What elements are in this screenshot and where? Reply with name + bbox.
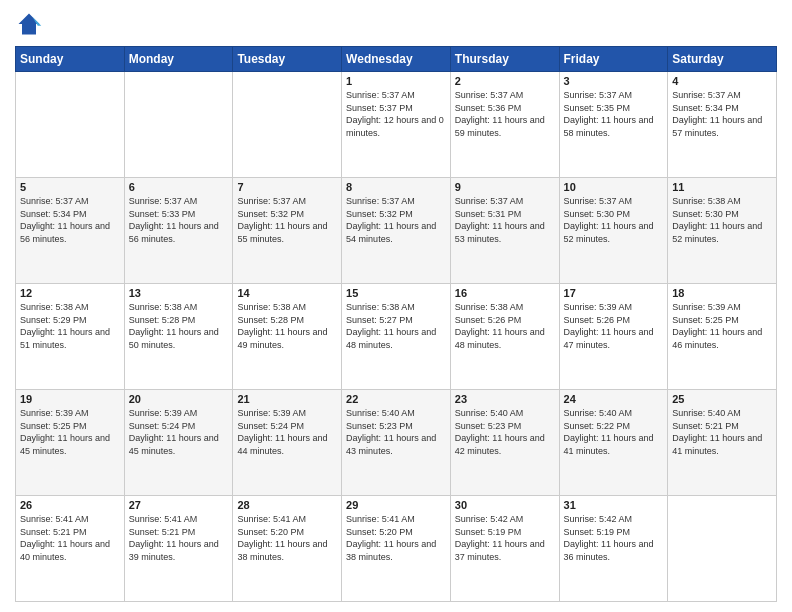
day-info: Sunrise: 5:37 AMSunset: 5:33 PMDaylight:…	[129, 195, 229, 245]
day-cell: 12Sunrise: 5:38 AMSunset: 5:29 PMDayligh…	[16, 284, 125, 390]
day-info: Sunrise: 5:38 AMSunset: 5:30 PMDaylight:…	[672, 195, 772, 245]
day-cell: 22Sunrise: 5:40 AMSunset: 5:23 PMDayligh…	[342, 390, 451, 496]
day-cell: 15Sunrise: 5:38 AMSunset: 5:27 PMDayligh…	[342, 284, 451, 390]
day-info: Sunrise: 5:39 AMSunset: 5:26 PMDaylight:…	[564, 301, 664, 351]
weekday-header-monday: Monday	[124, 47, 233, 72]
day-info: Sunrise: 5:38 AMSunset: 5:27 PMDaylight:…	[346, 301, 446, 351]
day-cell: 16Sunrise: 5:38 AMSunset: 5:26 PMDayligh…	[450, 284, 559, 390]
day-number: 18	[672, 287, 772, 299]
day-info: Sunrise: 5:37 AMSunset: 5:34 PMDaylight:…	[672, 89, 772, 139]
day-info: Sunrise: 5:37 AMSunset: 5:36 PMDaylight:…	[455, 89, 555, 139]
day-cell: 6Sunrise: 5:37 AMSunset: 5:33 PMDaylight…	[124, 178, 233, 284]
day-cell: 4Sunrise: 5:37 AMSunset: 5:34 PMDaylight…	[668, 72, 777, 178]
day-number: 19	[20, 393, 120, 405]
day-number: 21	[237, 393, 337, 405]
day-number: 9	[455, 181, 555, 193]
day-number: 30	[455, 499, 555, 511]
day-number: 23	[455, 393, 555, 405]
day-info: Sunrise: 5:37 AMSunset: 5:37 PMDaylight:…	[346, 89, 446, 139]
day-cell: 21Sunrise: 5:39 AMSunset: 5:24 PMDayligh…	[233, 390, 342, 496]
day-number: 8	[346, 181, 446, 193]
day-number: 16	[455, 287, 555, 299]
day-info: Sunrise: 5:39 AMSunset: 5:25 PMDaylight:…	[672, 301, 772, 351]
day-number: 11	[672, 181, 772, 193]
day-number: 24	[564, 393, 664, 405]
day-cell: 10Sunrise: 5:37 AMSunset: 5:30 PMDayligh…	[559, 178, 668, 284]
day-info: Sunrise: 5:41 AMSunset: 5:20 PMDaylight:…	[237, 513, 337, 563]
day-info: Sunrise: 5:38 AMSunset: 5:26 PMDaylight:…	[455, 301, 555, 351]
header	[15, 10, 777, 38]
logo-icon	[15, 10, 43, 38]
day-number: 25	[672, 393, 772, 405]
day-cell: 7Sunrise: 5:37 AMSunset: 5:32 PMDaylight…	[233, 178, 342, 284]
weekday-header-wednesday: Wednesday	[342, 47, 451, 72]
day-info: Sunrise: 5:37 AMSunset: 5:32 PMDaylight:…	[346, 195, 446, 245]
day-info: Sunrise: 5:39 AMSunset: 5:24 PMDaylight:…	[129, 407, 229, 457]
week-row-1: 1Sunrise: 5:37 AMSunset: 5:37 PMDaylight…	[16, 72, 777, 178]
day-cell: 1Sunrise: 5:37 AMSunset: 5:37 PMDaylight…	[342, 72, 451, 178]
day-number: 12	[20, 287, 120, 299]
day-info: Sunrise: 5:40 AMSunset: 5:23 PMDaylight:…	[346, 407, 446, 457]
day-cell: 24Sunrise: 5:40 AMSunset: 5:22 PMDayligh…	[559, 390, 668, 496]
weekday-header-friday: Friday	[559, 47, 668, 72]
day-info: Sunrise: 5:40 AMSunset: 5:21 PMDaylight:…	[672, 407, 772, 457]
day-cell: 30Sunrise: 5:42 AMSunset: 5:19 PMDayligh…	[450, 496, 559, 602]
day-number: 3	[564, 75, 664, 87]
day-number: 13	[129, 287, 229, 299]
day-info: Sunrise: 5:37 AMSunset: 5:34 PMDaylight:…	[20, 195, 120, 245]
day-cell: 9Sunrise: 5:37 AMSunset: 5:31 PMDaylight…	[450, 178, 559, 284]
day-info: Sunrise: 5:41 AMSunset: 5:21 PMDaylight:…	[20, 513, 120, 563]
day-number: 26	[20, 499, 120, 511]
day-info: Sunrise: 5:39 AMSunset: 5:24 PMDaylight:…	[237, 407, 337, 457]
day-cell	[124, 72, 233, 178]
day-info: Sunrise: 5:38 AMSunset: 5:29 PMDaylight:…	[20, 301, 120, 351]
day-cell: 8Sunrise: 5:37 AMSunset: 5:32 PMDaylight…	[342, 178, 451, 284]
week-row-3: 12Sunrise: 5:38 AMSunset: 5:29 PMDayligh…	[16, 284, 777, 390]
calendar: SundayMondayTuesdayWednesdayThursdayFrid…	[15, 46, 777, 602]
day-number: 31	[564, 499, 664, 511]
day-cell: 26Sunrise: 5:41 AMSunset: 5:21 PMDayligh…	[16, 496, 125, 602]
day-cell: 3Sunrise: 5:37 AMSunset: 5:35 PMDaylight…	[559, 72, 668, 178]
day-info: Sunrise: 5:38 AMSunset: 5:28 PMDaylight:…	[129, 301, 229, 351]
day-cell: 28Sunrise: 5:41 AMSunset: 5:20 PMDayligh…	[233, 496, 342, 602]
day-info: Sunrise: 5:41 AMSunset: 5:20 PMDaylight:…	[346, 513, 446, 563]
day-cell	[668, 496, 777, 602]
day-info: Sunrise: 5:37 AMSunset: 5:35 PMDaylight:…	[564, 89, 664, 139]
day-cell: 11Sunrise: 5:38 AMSunset: 5:30 PMDayligh…	[668, 178, 777, 284]
day-number: 17	[564, 287, 664, 299]
day-info: Sunrise: 5:38 AMSunset: 5:28 PMDaylight:…	[237, 301, 337, 351]
weekday-header-sunday: Sunday	[16, 47, 125, 72]
weekday-row: SundayMondayTuesdayWednesdayThursdayFrid…	[16, 47, 777, 72]
logo	[15, 10, 47, 38]
day-cell: 5Sunrise: 5:37 AMSunset: 5:34 PMDaylight…	[16, 178, 125, 284]
day-cell: 19Sunrise: 5:39 AMSunset: 5:25 PMDayligh…	[16, 390, 125, 496]
day-cell: 17Sunrise: 5:39 AMSunset: 5:26 PMDayligh…	[559, 284, 668, 390]
day-number: 6	[129, 181, 229, 193]
day-info: Sunrise: 5:37 AMSunset: 5:32 PMDaylight:…	[237, 195, 337, 245]
day-number: 20	[129, 393, 229, 405]
calendar-body: 1Sunrise: 5:37 AMSunset: 5:37 PMDaylight…	[16, 72, 777, 602]
week-row-2: 5Sunrise: 5:37 AMSunset: 5:34 PMDaylight…	[16, 178, 777, 284]
day-info: Sunrise: 5:39 AMSunset: 5:25 PMDaylight:…	[20, 407, 120, 457]
day-info: Sunrise: 5:41 AMSunset: 5:21 PMDaylight:…	[129, 513, 229, 563]
day-info: Sunrise: 5:37 AMSunset: 5:30 PMDaylight:…	[564, 195, 664, 245]
day-info: Sunrise: 5:42 AMSunset: 5:19 PMDaylight:…	[564, 513, 664, 563]
weekday-header-tuesday: Tuesday	[233, 47, 342, 72]
weekday-header-thursday: Thursday	[450, 47, 559, 72]
day-number: 10	[564, 181, 664, 193]
day-number: 4	[672, 75, 772, 87]
day-number: 5	[20, 181, 120, 193]
day-number: 28	[237, 499, 337, 511]
week-row-4: 19Sunrise: 5:39 AMSunset: 5:25 PMDayligh…	[16, 390, 777, 496]
day-cell: 14Sunrise: 5:38 AMSunset: 5:28 PMDayligh…	[233, 284, 342, 390]
day-number: 7	[237, 181, 337, 193]
page: SundayMondayTuesdayWednesdayThursdayFrid…	[0, 0, 792, 612]
day-cell: 25Sunrise: 5:40 AMSunset: 5:21 PMDayligh…	[668, 390, 777, 496]
day-number: 22	[346, 393, 446, 405]
day-number: 2	[455, 75, 555, 87]
day-info: Sunrise: 5:42 AMSunset: 5:19 PMDaylight:…	[455, 513, 555, 563]
day-cell: 20Sunrise: 5:39 AMSunset: 5:24 PMDayligh…	[124, 390, 233, 496]
weekday-header-saturday: Saturday	[668, 47, 777, 72]
day-info: Sunrise: 5:40 AMSunset: 5:22 PMDaylight:…	[564, 407, 664, 457]
day-cell: 27Sunrise: 5:41 AMSunset: 5:21 PMDayligh…	[124, 496, 233, 602]
